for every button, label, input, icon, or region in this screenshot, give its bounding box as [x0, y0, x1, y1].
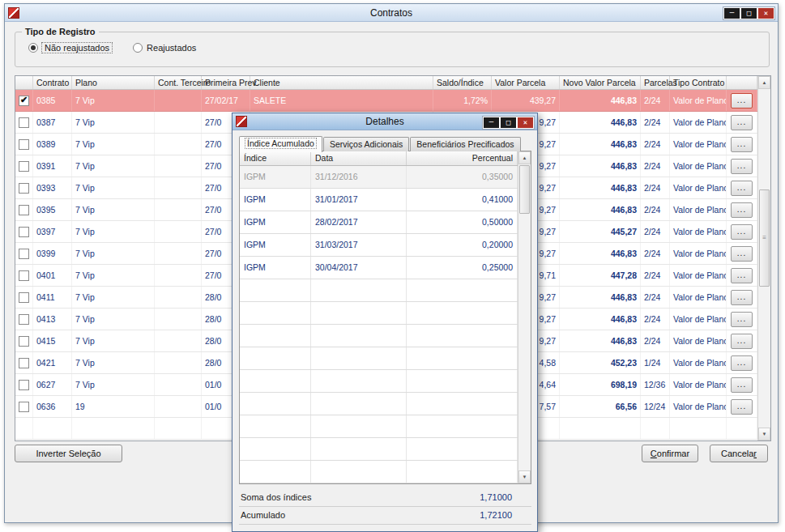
grid-scrollbar[interactable]: ▲ ≡ ▼: [757, 76, 770, 440]
row-checkbox[interactable]: [19, 402, 29, 412]
index-row[interactable]: [240, 302, 518, 325]
cell-contrato: 0421: [33, 352, 72, 373]
radio-reajustados[interactable]: Reajustados: [133, 43, 196, 53]
row-checkbox[interactable]: [19, 270, 29, 281]
tab-indice-acumulado[interactable]: Índice Acumulado: [239, 136, 322, 152]
row-checkbox[interactable]: ✔: [19, 96, 29, 106]
cell-plano: [72, 418, 155, 439]
index-row[interactable]: IGPM 28/02/2017 0,50000: [240, 211, 518, 234]
cell-plano: 7 Vip: [72, 330, 155, 351]
window-title: Contratos: [5, 7, 778, 19]
col-header-percentual[interactable]: Percentual: [407, 151, 518, 165]
row-checkbox[interactable]: [19, 183, 29, 194]
row-checkbox[interactable]: [19, 161, 29, 172]
col-header-check[interactable]: [15, 76, 33, 89]
scroll-up-icon[interactable]: ▲: [758, 76, 770, 89]
row-details-button[interactable]: ...: [731, 355, 753, 371]
col-header-novo-valor-parcela[interactable]: Novo Valor Parcela: [560, 76, 641, 89]
col-header-data[interactable]: Data: [311, 151, 407, 165]
radio-nao-reajustados[interactable]: Não reajustados: [28, 43, 112, 53]
index-row[interactable]: [240, 438, 518, 461]
index-row[interactable]: [240, 325, 518, 347]
row-check-cell: ✔: [15, 90, 33, 111]
window-titlebar[interactable]: Contratos ─ □ ✕: [5, 4, 778, 22]
index-row[interactable]: IGPM 31/01/2017 0,41000: [240, 189, 518, 211]
cell-tipo-contrato: [670, 418, 727, 439]
row-details-button[interactable]: ...: [731, 312, 753, 327]
cell-percentual: [407, 415, 518, 437]
row-details-button[interactable]: ...: [731, 377, 753, 393]
cancel-button[interactable]: Cancelar: [710, 445, 768, 462]
index-row[interactable]: [240, 279, 518, 302]
row-details-button[interactable]: ...: [731, 93, 753, 109]
col-header-valor-parcela[interactable]: Valor Parcela: [492, 76, 560, 89]
row-details-button[interactable]: ...: [731, 246, 753, 262]
index-row[interactable]: [240, 370, 518, 393]
row-checkbox[interactable]: [19, 227, 29, 237]
cell-plano: 7 Vip: [72, 221, 155, 242]
scroll-up-icon[interactable]: ▲: [518, 151, 531, 164]
index-row[interactable]: IGPM 30/04/2017 0,25000: [240, 257, 518, 279]
table-row[interactable]: ✔ 0385 7 Vip 27/02/17 SALETE 1,72% 439,2…: [15, 90, 757, 112]
row-actions-cell: ...: [727, 177, 757, 198]
row-details-button[interactable]: ...: [731, 115, 753, 130]
row-details-button[interactable]: ...: [731, 334, 753, 349]
minimize-button[interactable]: ─: [724, 8, 740, 19]
col-header-plano[interactable]: Plano: [72, 76, 155, 89]
row-details-button[interactable]: ...: [731, 268, 753, 283]
tab-beneficiarios-precificados[interactable]: Beneficiários Precificados: [410, 137, 520, 151]
col-header-cliente[interactable]: Cliente: [250, 76, 433, 89]
col-header-contrato[interactable]: Contrato: [33, 76, 72, 89]
col-header-saldo-indice[interactable]: Saldo/Índice: [433, 76, 492, 89]
scroll-down-icon[interactable]: ▼: [518, 470, 531, 483]
row-details-button[interactable]: ...: [731, 181, 753, 196]
cell-data: 31/12/2016: [311, 166, 407, 188]
col-header-cont-terceiro[interactable]: Cont. Terceiro: [155, 76, 202, 89]
invert-selection-button[interactable]: Inverter Seleção: [15, 445, 122, 462]
cell-plano: 19: [72, 396, 155, 417]
row-checkbox[interactable]: [19, 358, 29, 368]
row-checkbox[interactable]: [19, 314, 29, 325]
col-header-primeira-prev[interactable]: Primeira Prev.: [202, 76, 250, 89]
cell-data: 31/03/2017: [311, 234, 407, 256]
index-row[interactable]: [240, 347, 518, 370]
index-row[interactable]: [240, 393, 518, 415]
cell-plano: 7 Vip: [72, 287, 155, 308]
row-details-button[interactable]: ...: [731, 202, 753, 218]
row-details-button[interactable]: ...: [731, 290, 753, 305]
maximize-button[interactable]: □: [741, 8, 757, 19]
row-details-button[interactable]: ...: [731, 399, 753, 415]
row-details-button[interactable]: ...: [731, 137, 753, 152]
row-checkbox[interactable]: [19, 380, 29, 390]
row-checkbox[interactable]: [19, 205, 29, 215]
col-header-indice[interactable]: Índice: [240, 151, 311, 165]
index-row[interactable]: [240, 461, 518, 483]
col-header-parcelas[interactable]: Parcelas: [641, 76, 670, 89]
indices-scrollbar[interactable]: ▲ ▼: [518, 151, 531, 483]
dialog-titlebar[interactable]: Detalhes ─ □ ✕: [233, 113, 537, 130]
col-header-tipo-contrato[interactable]: Tipo Contrato: [670, 76, 727, 89]
cell-tipo-contrato: Valor de Plano: [670, 177, 727, 198]
dialog-maximize-button[interactable]: □: [501, 117, 516, 128]
row-checkbox[interactable]: [19, 139, 29, 150]
row-details-button[interactable]: ...: [731, 159, 753, 174]
close-button[interactable]: ✕: [758, 8, 774, 19]
confirm-button[interactable]: Confirmar: [642, 445, 698, 462]
scroll-thumb[interactable]: [519, 165, 530, 214]
scroll-down-icon[interactable]: ▼: [758, 428, 770, 440]
row-checkbox[interactable]: [19, 336, 29, 347]
cell-plano: 7 Vip: [72, 243, 155, 264]
scroll-thumb[interactable]: ≡: [759, 189, 770, 287]
row-checkbox[interactable]: [19, 249, 29, 259]
cell-tipo-contrato: Valor de Plano: [670, 90, 727, 111]
dialog-minimize-button[interactable]: ─: [484, 117, 499, 128]
index-row[interactable]: IGPM 31/03/2017 0,20000: [240, 234, 518, 257]
cell-novo-valor-parcela: 446,83: [560, 330, 641, 351]
tab-servicos-adicionais[interactable]: Serviços Adicionais: [323, 137, 409, 151]
index-row[interactable]: IGPM 31/12/2016 0,35000: [240, 166, 518, 189]
row-details-button[interactable]: ...: [731, 224, 753, 240]
row-checkbox[interactable]: [19, 292, 29, 303]
dialog-close-button[interactable]: ✕: [518, 117, 533, 128]
index-row[interactable]: [240, 415, 518, 438]
row-checkbox[interactable]: [19, 117, 29, 128]
